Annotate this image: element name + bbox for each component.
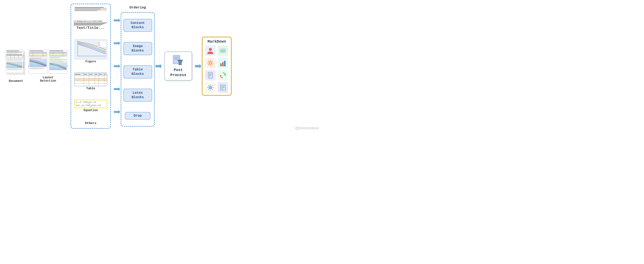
markdown-box: MarkDown </> (202, 37, 232, 96)
center-text-label: Text/Title... (77, 26, 105, 30)
markdown-icon-gear (205, 58, 216, 68)
arrow-postprocess-to-markdown (194, 62, 202, 70)
svg-marker-13 (114, 87, 120, 91)
center-document-box: 1.1. Strategy How to use Content Output … (70, 3, 111, 129)
content-blocks-label: ContentBlocks (127, 21, 148, 30)
svg-point-26 (209, 62, 212, 64)
center-table-box: Training Data Parent Content CQA Tokens … (74, 73, 107, 86)
markdown-title: MarkDown (208, 39, 226, 44)
svg-rect-29 (224, 61, 226, 66)
latex-blocks-box: LatexBlocks (124, 89, 152, 102)
svg-rect-28 (222, 62, 224, 66)
center-others-item: Others (74, 122, 108, 126)
post-process-section: Post Process (164, 52, 192, 81)
center-table-label: Table (86, 87, 95, 90)
arrow-blocks-to-postprocess (155, 62, 162, 70)
document-label: Document (9, 79, 23, 83)
watermark: @breezedeus (295, 126, 319, 131)
svg-marker-10 (114, 18, 120, 22)
center-equation-box: f¹ᵢ,...,fⁿ = CLIPenc(f¹ᵢ,...,fⁿ) dᵢ,g¹ᵢ,… (74, 100, 107, 108)
center-to-blocks-arrows (113, 9, 121, 124)
layout-detection-label: Layout Detection (35, 76, 61, 83)
image-blocks-box: ImageBlocks (124, 42, 152, 55)
post-process-box: Post Process (164, 52, 192, 81)
table-blocks-label: TableBlocks (127, 67, 148, 76)
svg-point-23 (209, 48, 212, 51)
center-others-label: Others (85, 122, 96, 125)
arrow-to-drop (113, 108, 121, 116)
document-pages (5, 50, 26, 77)
svg-rect-31 (208, 72, 212, 78)
equation-line-1: f¹ᵢ,...,fⁿ = CLIPenc(f¹ᵢ,...,fⁿ) (76, 101, 106, 104)
content-blocks-box: ContentBlocks (124, 19, 152, 32)
drop-box: Drop (125, 112, 150, 120)
arrow-to-content (113, 16, 121, 24)
svg-marker-11 (114, 41, 120, 45)
center-equation-item: f¹ᵢ,...,fⁿ = CLIPenc(f¹ᵢ,...,fⁿ) dᵢ,g¹ᵢ,… (74, 100, 108, 112)
center-table-item: Training Data Parent Content CQA Tokens … (74, 73, 108, 90)
svg-rect-27 (220, 63, 222, 66)
layout-page-table (29, 50, 48, 74)
drop-label: Drop (129, 114, 146, 118)
arrow-to-image (113, 39, 121, 47)
markdown-icon-document (205, 70, 216, 81)
center-figure-label: Figure (86, 60, 96, 63)
svg-marker-15 (156, 64, 162, 68)
document-section: Document (4, 50, 28, 83)
layout-page-chart (49, 50, 67, 74)
svg-marker-12 (114, 64, 120, 68)
doc-page-front (5, 50, 23, 73)
arrow-to-table (113, 62, 121, 70)
latex-blocks-label: LatexBlocks (127, 91, 148, 100)
arrow-to-latex (113, 85, 121, 93)
svg-point-38 (210, 87, 211, 88)
blocks-section: Ordering ContentBlocks ImageBlocks Table… (121, 6, 155, 127)
post-process-icon (172, 54, 184, 66)
svg-marker-22 (195, 64, 202, 68)
layout-pages (29, 50, 67, 74)
markdown-icon-gear2 (205, 82, 216, 93)
markdown-icon-code: </> (218, 45, 228, 56)
post-process-label: Post Process (169, 68, 188, 78)
ordering-label: Ordering (130, 6, 146, 9)
table-blocks-box: TableBlocks (124, 65, 152, 78)
markdown-icon-refresh (218, 70, 228, 81)
svg-marker-14 (114, 110, 120, 114)
markdown-icon-chart (218, 58, 228, 68)
main-container: Document (0, 0, 322, 132)
equation-line-2: dᵢ,g¹ᵢ,...,gⁿ = CLIPatt(dᵢ,g¹ᵢ,...,gⁿ) (76, 104, 106, 107)
layout-detection-section: Layout Detection (35, 50, 61, 83)
center-equation-label: Equation (84, 109, 98, 112)
markdown-icon-person (205, 45, 216, 56)
center-header-lines (74, 6, 108, 11)
markdown-icon-lines (218, 82, 228, 93)
markdown-section: MarkDown </> (202, 37, 232, 96)
center-figure-item: Figure (74, 39, 108, 63)
center-text-item: 1.1. Strategy How to use Content Output … (74, 20, 108, 30)
svg-rect-5 (98, 41, 106, 47)
svg-text:</>: </> (221, 50, 225, 52)
markdown-icons-grid: </> (205, 45, 228, 93)
image-blocks-label: ImageBlocks (127, 44, 148, 53)
center-figure-box (74, 39, 107, 59)
blocks-column: ContentBlocks ImageBlocks TableBlocks La… (121, 12, 155, 127)
